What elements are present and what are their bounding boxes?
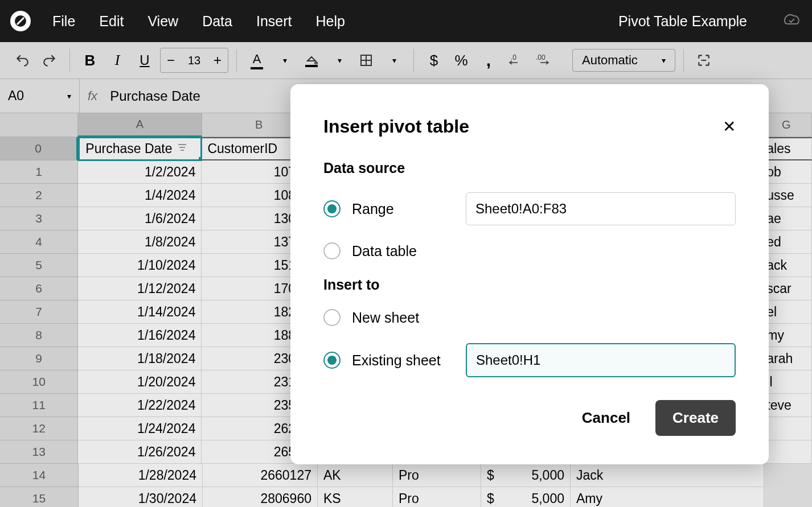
redo-button[interactable] xyxy=(38,48,61,72)
new-sheet-label: New sheet xyxy=(352,310,454,326)
create-button[interactable]: Create xyxy=(655,400,736,436)
borders-button[interactable] xyxy=(354,48,378,72)
row-header[interactable]: 7 xyxy=(0,300,78,324)
filter-icon[interactable] xyxy=(177,141,187,156)
chevron-down-icon: ▾ xyxy=(662,56,666,65)
row-header[interactable]: 4 xyxy=(0,230,78,254)
cell[interactable]: 1/30/2024 xyxy=(79,487,203,507)
cell[interactable]: 2806960 xyxy=(203,487,318,507)
cell[interactable]: Pro xyxy=(393,487,481,507)
column-header-a[interactable]: A xyxy=(78,113,202,137)
radio-data-table[interactable] xyxy=(323,242,341,259)
radio-range[interactable] xyxy=(323,200,341,217)
cell[interactable]: $5,000 xyxy=(481,464,571,487)
comma-button[interactable]: , xyxy=(477,48,501,72)
row-header[interactable]: 12 xyxy=(0,417,78,440)
font-size-control: − 13 + xyxy=(160,48,228,73)
row-header[interactable]: 2 xyxy=(0,184,78,207)
cell[interactable]: 1/22/2024 xyxy=(78,394,202,417)
separator xyxy=(413,49,414,72)
italic-button[interactable]: I xyxy=(105,48,129,72)
cell[interactable]: 2660127 xyxy=(203,464,318,487)
cell[interactable]: 1/16/2024 xyxy=(78,324,202,347)
app-logo[interactable] xyxy=(10,11,31,31)
percent-button[interactable]: % xyxy=(449,48,473,72)
svg-text:.0: .0 xyxy=(511,53,516,61)
number-format-dropdown[interactable]: Automatic ▾ xyxy=(572,49,675,72)
row-header[interactable]: 8 xyxy=(0,324,78,347)
cell[interactable]: 1/8/2024 xyxy=(78,230,202,254)
cell[interactable]: 1/24/2024 xyxy=(78,417,202,440)
cell[interactable]: 1/26/2024 xyxy=(78,440,202,464)
row-header[interactable]: 5 xyxy=(0,254,78,277)
cell[interactable]: Pro xyxy=(393,464,481,487)
row-header[interactable]: 10 xyxy=(0,370,78,394)
row-header[interactable]: 6 xyxy=(0,277,78,300)
cell[interactable]: Jack xyxy=(571,464,764,487)
cell[interactable]: 1/12/2024 xyxy=(78,277,202,300)
row-header[interactable]: 0 xyxy=(0,137,78,160)
undo-button[interactable] xyxy=(10,48,34,72)
cell[interactable]: 1/28/2024 xyxy=(79,464,203,487)
cell[interactable]: AK xyxy=(318,464,393,487)
cell-reference-box[interactable]: A0 ▾ xyxy=(0,79,80,113)
cell[interactable]: 1/6/2024 xyxy=(78,207,202,230)
select-all-corner[interactable] xyxy=(0,113,78,137)
fill-color-dropdown[interactable]: ▾ xyxy=(327,48,351,72)
cloud-sync-icon[interactable] xyxy=(782,13,802,30)
table-row: 141/28/20242660127AKPro$5,000Jack xyxy=(0,464,812,487)
cell[interactable]: 1/2/2024 xyxy=(78,160,202,184)
increase-decimal-button[interactable]: .00 xyxy=(531,48,555,72)
cell-reference-value: A0 xyxy=(8,88,24,104)
range-input[interactable] xyxy=(466,192,736,225)
borders-dropdown[interactable]: ▾ xyxy=(382,48,405,72)
menu-edit[interactable]: Edit xyxy=(99,13,124,30)
bold-button[interactable]: B xyxy=(78,48,102,72)
cell[interactable]: Amy xyxy=(571,487,764,507)
cell[interactable]: Purchase Date xyxy=(78,137,202,160)
cell[interactable]: $5,000 xyxy=(481,487,571,507)
text-color-dropdown[interactable]: ▾ xyxy=(272,48,296,72)
close-button[interactable]: ✕ xyxy=(723,117,736,136)
row-header[interactable]: 9 xyxy=(0,347,78,370)
document-title: Pivot Table Example xyxy=(618,13,747,30)
insert-to-label: Insert to xyxy=(323,277,736,293)
fx-label: fx xyxy=(80,89,105,104)
range-label: Range xyxy=(352,201,454,217)
cancel-button[interactable]: Cancel xyxy=(571,401,642,435)
fill-color-button[interactable] xyxy=(300,48,323,72)
row-header[interactable]: 3 xyxy=(0,207,78,230)
font-size-increase[interactable]: + xyxy=(207,48,228,72)
menu-insert[interactable]: Insert xyxy=(256,13,292,30)
radio-existing-sheet[interactable] xyxy=(323,352,341,369)
row-header[interactable]: 14 xyxy=(0,464,79,487)
table-row: 151/30/20242806960KSPro$5,000Amy xyxy=(0,487,812,507)
cell[interactable]: 1/14/2024 xyxy=(78,300,202,324)
data-table-label: Data table xyxy=(352,243,454,259)
currency-button[interactable]: $ xyxy=(422,48,446,72)
svg-text:.00: .00 xyxy=(536,53,546,61)
menu-view[interactable]: View xyxy=(147,13,178,30)
row-header[interactable]: 1 xyxy=(0,160,78,184)
underline-button[interactable]: U xyxy=(133,48,157,72)
font-size-value[interactable]: 13 xyxy=(181,54,207,67)
cell[interactable]: 1/4/2024 xyxy=(78,184,202,207)
radio-new-sheet[interactable] xyxy=(323,309,341,326)
existing-sheet-input[interactable] xyxy=(466,343,736,377)
cell[interactable]: 1/18/2024 xyxy=(78,347,202,370)
row-header[interactable]: 13 xyxy=(0,440,78,464)
cell[interactable]: 1/10/2024 xyxy=(78,254,202,277)
menu-data[interactable]: Data xyxy=(202,13,232,30)
expand-button[interactable] xyxy=(692,48,716,72)
text-color-button[interactable]: A xyxy=(245,48,269,72)
row-header[interactable]: 15 xyxy=(0,487,79,507)
separator xyxy=(683,49,684,72)
decrease-decimal-button[interactable]: .0 xyxy=(504,48,528,72)
menu-file[interactable]: File xyxy=(52,13,75,30)
menu-help[interactable]: Help xyxy=(315,13,345,30)
font-size-decrease[interactable]: − xyxy=(161,48,181,72)
cell[interactable]: KS xyxy=(318,487,393,507)
cell[interactable]: 1/20/2024 xyxy=(78,370,202,394)
menubar: File Edit View Data Insert Help Pivot Ta… xyxy=(0,0,812,42)
row-header[interactable]: 11 xyxy=(0,394,78,417)
